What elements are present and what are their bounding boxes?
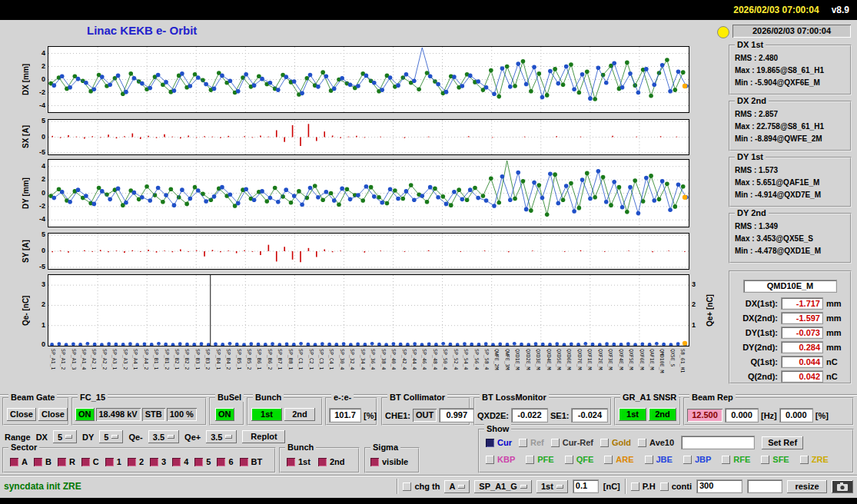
checkbox[interactable]: [172, 458, 181, 466]
set-ref-button[interactable]: Set Ref: [762, 436, 803, 449]
checkbox[interactable]: [240, 458, 248, 466]
show-qfe-toggle[interactable]: QFE: [565, 455, 594, 464]
threshold-input[interactable]: 0.1: [573, 479, 599, 493]
sector-b-toggle[interactable]: B: [34, 457, 51, 466]
bunch-1st-toggle[interactable]: 1st: [287, 457, 311, 466]
checkbox[interactable]: [722, 456, 730, 464]
checkbox[interactable]: [604, 456, 613, 464]
show-ave10-toggle[interactable]: Ave10: [638, 438, 674, 447]
checkbox[interactable]: [150, 458, 158, 466]
sigma-visible-toggle[interactable]: visible: [370, 457, 408, 466]
checkbox[interactable]: [519, 439, 527, 447]
checkbox[interactable]: [526, 456, 534, 464]
checkbox[interactable]: [403, 482, 411, 491]
resize-button[interactable]: resize: [787, 480, 827, 493]
show-sfe-toggle[interactable]: SFE: [761, 455, 789, 464]
sector-1-toggle[interactable]: 1: [105, 457, 121, 466]
sigma-title: Sigma: [370, 443, 400, 452]
checkbox[interactable]: [194, 458, 203, 466]
checkbox[interactable]: [217, 458, 225, 466]
sector-6-toggle[interactable]: 6: [217, 457, 233, 466]
show-rfe-toggle[interactable]: RFE: [722, 455, 750, 464]
checkbox[interactable]: [34, 458, 42, 466]
fc15-stb-status: STB: [142, 408, 165, 421]
sector-bt-toggle[interactable]: BT: [240, 457, 263, 466]
checkbox[interactable]: [105, 458, 114, 466]
stat-min: Min : -4.478@QXD1E_M: [730, 245, 850, 257]
fc15-on-button[interactable]: ON: [75, 408, 95, 421]
bt-collimator-group: BT Collimator CHE1: OUT 0.997: [381, 397, 470, 426]
show-kbp-toggle[interactable]: KBP: [486, 455, 515, 464]
checkbox[interactable]: [600, 439, 609, 447]
checkbox[interactable]: [318, 458, 327, 466]
beam-gate-close-1-button[interactable]: Close: [7, 408, 36, 421]
sigma-group: Sigma visible: [364, 447, 420, 473]
range-qep-select[interactable]: 3.5: [206, 430, 237, 443]
sx-steering-plot[interactable]: 50-5SX [A]: [48, 119, 689, 155]
beam-rep-hz-unit: [Hz]: [761, 411, 777, 420]
ref-name-input[interactable]: [681, 436, 755, 449]
checkbox[interactable]: [565, 456, 573, 464]
checkbox[interactable]: [631, 482, 639, 491]
ph-toggle[interactable]: P.H: [631, 482, 656, 491]
snsr-2nd-button[interactable]: 2nd: [649, 408, 676, 421]
mode-select[interactable]: A: [444, 480, 470, 493]
sector-2-toggle[interactable]: 2: [128, 457, 144, 466]
checkbox[interactable]: [128, 458, 136, 466]
interval-input[interactable]: 300: [696, 479, 742, 493]
checkbox[interactable]: [761, 456, 769, 464]
sector-4-toggle[interactable]: 4: [172, 457, 188, 466]
snsr-1st-button[interactable]: 1st: [619, 408, 646, 421]
camera-icon: [837, 482, 848, 491]
checkbox[interactable]: [638, 439, 646, 447]
bunch-1st-button[interactable]: 1st: [251, 408, 282, 421]
sector-3-toggle[interactable]: 3: [150, 457, 166, 466]
checkbox[interactable]: [81, 458, 90, 466]
show-gold-toggle[interactable]: Gold: [600, 438, 631, 447]
checkbox[interactable]: [660, 482, 669, 491]
busel-on-button[interactable]: ON: [215, 408, 234, 421]
ee-ratio-readout: 101.7: [329, 408, 361, 423]
checkbox[interactable]: [486, 439, 494, 447]
chg-th-toggle[interactable]: chg th: [403, 482, 440, 491]
bunch-2nd-button[interactable]: 2nd: [284, 408, 315, 421]
checkbox[interactable]: [551, 439, 560, 447]
conti-toggle[interactable]: conti: [660, 482, 692, 491]
beam-gate-close-2-button[interactable]: Close: [38, 408, 68, 421]
show-ref-toggle[interactable]: Ref: [519, 438, 544, 447]
screenshot-button[interactable]: [832, 480, 853, 493]
sector-5-toggle[interactable]: 5: [194, 457, 211, 466]
monitor-select[interactable]: SP_A1_G: [474, 480, 532, 493]
show-jbe-toggle[interactable]: JBE: [645, 455, 673, 464]
replot-button[interactable]: Replot: [242, 430, 285, 443]
bunch-select[interactable]: 1st: [536, 480, 568, 493]
checkbox[interactable]: [370, 458, 379, 466]
beam-rep-title: Beam Rep: [689, 393, 736, 402]
checkbox[interactable]: [287, 458, 295, 466]
sector-c-toggle[interactable]: C: [81, 457, 99, 466]
checkbox[interactable]: [10, 458, 18, 466]
sector-r-toggle[interactable]: R: [58, 457, 75, 466]
dy-orbit-plot[interactable]: 420-2-4DY [mm]: [48, 159, 689, 227]
checkbox[interactable]: [486, 456, 494, 464]
bunch-2nd-toggle[interactable]: 2nd: [318, 457, 345, 466]
aux-input[interactable]: [747, 479, 782, 493]
show-zre-toggle[interactable]: ZRE: [800, 455, 829, 464]
checkbox[interactable]: [645, 456, 653, 464]
show-cur-ref-toggle[interactable]: Cur-Ref: [551, 438, 593, 447]
sector-a-toggle[interactable]: A: [10, 457, 28, 466]
show-cur-toggle[interactable]: Cur: [486, 438, 512, 447]
show-pfe-toggle[interactable]: PFE: [526, 455, 553, 464]
sy-steering-plot[interactable]: 50-5SY [A]: [48, 233, 689, 270]
show-are-toggle[interactable]: ARE: [604, 455, 633, 464]
dx-orbit-plot[interactable]: 420-2-4DX [mm]: [48, 46, 689, 113]
checkbox[interactable]: [58, 458, 66, 466]
beam-rep-pct-unit: [%]: [815, 411, 829, 420]
range-dy-select[interactable]: 5: [99, 430, 123, 443]
range-qem-select[interactable]: 3.5: [148, 430, 179, 443]
show-jbp-toggle[interactable]: JBP: [683, 455, 711, 464]
checkbox[interactable]: [800, 456, 809, 464]
charge-plot[interactable]: 3210321Qe- [nC]Qe+ [nC]: [48, 274, 689, 346]
checkbox[interactable]: [683, 456, 692, 464]
range-dx-select[interactable]: 5: [53, 430, 77, 443]
